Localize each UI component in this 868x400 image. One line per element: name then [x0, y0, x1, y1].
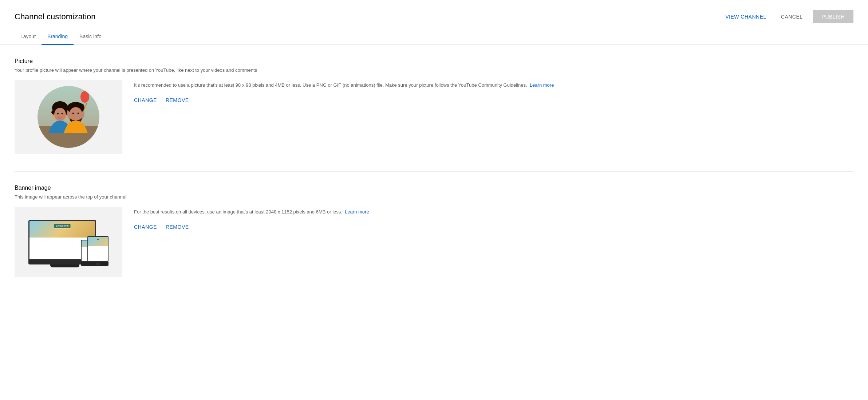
- tablet-home-button: [96, 263, 100, 265]
- header-actions: VIEW CHANNEL CANCEL PUBLISH: [721, 10, 853, 23]
- tablet-banner-text: [97, 239, 99, 240]
- tabs-container: Layout Branding Basic info: [0, 23, 868, 45]
- tablet-home-bar: [87, 262, 108, 266]
- banner-section: Banner image This image will appear acro…: [15, 185, 853, 277]
- svg-point-13: [62, 113, 63, 114]
- svg-point-12: [57, 113, 59, 114]
- banner-devices: MAHNOZAIN TRAVEL.FOOD. FASHION. MORE: [28, 213, 108, 271]
- svg-point-17: [72, 113, 74, 114]
- profile-picture-preview: [15, 80, 122, 154]
- laptop-banner: MAHNOZAIN TRAVEL.FOOD. FASHION. MORE: [29, 221, 95, 238]
- tab-basic-info[interactable]: Basic info: [74, 29, 107, 45]
- page-header: Channel customization VIEW CHANNEL CANCE…: [0, 0, 868, 23]
- picture-learn-more-link[interactable]: Learn more: [530, 82, 554, 88]
- picture-change-button[interactable]: CHANGE: [134, 95, 157, 105]
- picture-section-body: It's recommended to use a picture that's…: [15, 80, 853, 154]
- banner-info-text: For the best results on all devices, use…: [134, 208, 853, 216]
- picture-remove-button[interactable]: REMOVE: [166, 95, 189, 105]
- publish-button[interactable]: PUBLISH: [813, 10, 853, 23]
- profile-avatar-image: [38, 86, 99, 148]
- picture-section-title: Picture: [15, 58, 853, 64]
- laptop-banner-subtext: TRAVEL.FOOD. FASHION. MORE: [54, 228, 71, 229]
- banner-preview: MAHNOZAIN TRAVEL.FOOD. FASHION. MORE: [15, 207, 122, 277]
- banner-section-title: Banner image: [15, 185, 853, 191]
- banner-section-description: This image will appear across the top of…: [15, 194, 853, 200]
- banner-remove-button[interactable]: REMOVE: [166, 222, 189, 232]
- tab-branding[interactable]: Branding: [42, 29, 74, 45]
- banner-section-body: MAHNOZAIN TRAVEL.FOOD. FASHION. MORE: [15, 207, 853, 277]
- profile-circle: [38, 86, 99, 148]
- picture-info-panel: It's recommended to use a picture that's…: [134, 80, 853, 105]
- page-title: Channel customization: [15, 12, 96, 21]
- banner-change-button[interactable]: CHANGE: [134, 222, 157, 232]
- view-channel-button[interactable]: VIEW CHANNEL: [721, 11, 771, 23]
- tab-layout[interactable]: Layout: [15, 29, 42, 45]
- banner-info-panel: For the best results on all devices, use…: [134, 207, 853, 232]
- cancel-button[interactable]: CANCEL: [777, 11, 807, 23]
- tablet-content: [88, 246, 108, 262]
- section-divider: [15, 171, 853, 172]
- picture-section: Picture Your profile picture will appear…: [15, 58, 853, 154]
- tablet-screen: [87, 236, 108, 262]
- content-area: Picture Your profile picture will appear…: [0, 45, 868, 307]
- picture-action-buttons: CHANGE REMOVE: [134, 95, 853, 105]
- laptop-stand: [50, 264, 79, 267]
- laptop-banner-text: MAHNOZAIN: [54, 224, 70, 228]
- svg-point-4: [80, 91, 89, 103]
- tablet-banner: [88, 237, 108, 246]
- picture-section-description: Your profile picture will appear where y…: [15, 67, 853, 73]
- svg-point-18: [78, 113, 79, 114]
- banner-action-buttons: CHANGE REMOVE: [134, 222, 853, 232]
- picture-info-text: It's recommended to use a picture that's…: [134, 82, 853, 89]
- banner-learn-more-link[interactable]: Learn more: [345, 209, 369, 215]
- tablet-device: [87, 236, 108, 266]
- svg-point-11: [54, 108, 66, 121]
